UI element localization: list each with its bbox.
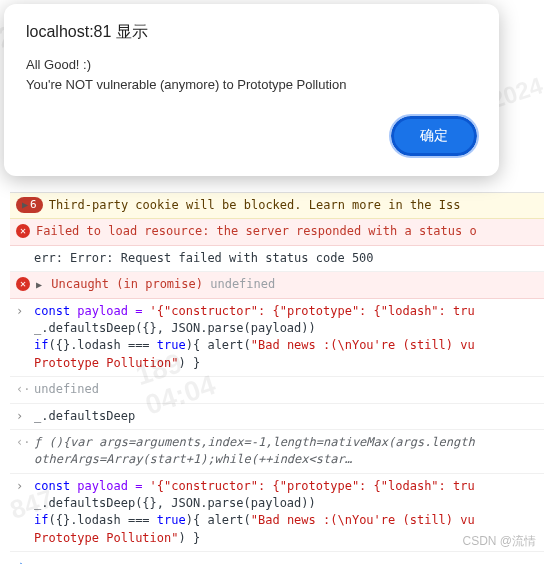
console-input-row[interactable]: › _.defaultsDeep <box>10 404 544 430</box>
csdn-watermark: CSDN @流情 <box>462 533 536 550</box>
console-error-row[interactable]: ✕ Failed to load resource: the server re… <box>10 219 544 245</box>
input-arrow-icon: › <box>16 303 28 320</box>
console-error-row[interactable]: ✕ ▶ Uncaught (in promise) undefined <box>10 272 544 298</box>
console-warning-row[interactable]: ▶6 Third-party cookie will be blocked. L… <box>10 193 544 219</box>
dialog-body: All Good! :) You're NOT vulnerable (anym… <box>26 55 477 94</box>
error-icon: ✕ <box>16 224 30 238</box>
input-code: const payload = '{"constructor": {"proto… <box>34 303 538 373</box>
warning-count-badge: ▶6 <box>16 197 43 213</box>
dialog-line: You're NOT vulnerable (anymore) to Proto… <box>26 75 477 95</box>
console-input-row[interactable]: › const payload = '{"constructor": {"pro… <box>10 299 544 378</box>
console-prompt[interactable]: › <box>10 552 544 564</box>
input-arrow-icon: › <box>16 408 28 425</box>
console-log-row[interactable]: err: Error: Request failed with status c… <box>10 246 544 272</box>
ok-button[interactable]: 确定 <box>391 116 477 156</box>
expand-triangle-icon[interactable]: ▶ <box>36 279 42 290</box>
warning-text: Third-party cookie will be blocked. Lear… <box>49 197 538 214</box>
alert-dialog: localhost:81 显示 All Good! :) You're NOT … <box>4 4 499 176</box>
error-icon: ✕ <box>16 277 30 291</box>
console-return-row: ‹· ƒ (){var args=arguments,index=-1,leng… <box>10 430 544 474</box>
return-value: undefined <box>34 381 538 398</box>
error-text: ▶ Uncaught (in promise) undefined <box>36 276 538 293</box>
input-code: _.defaultsDeep <box>34 408 538 425</box>
dialog-line: All Good! :) <box>26 55 477 75</box>
devtools-console: ▶6 Third-party cookie will be blocked. L… <box>10 192 544 564</box>
dialog-title: localhost:81 显示 <box>26 22 477 43</box>
return-value: ƒ (){var args=arguments,index=-1,length=… <box>34 434 538 469</box>
error-text: Failed to load resource: the server resp… <box>36 223 538 240</box>
return-arrow-icon: ‹· <box>16 381 28 398</box>
input-arrow-icon: › <box>16 478 28 495</box>
log-text: err: Error: Request failed with status c… <box>34 250 538 267</box>
console-return-row: ‹· undefined <box>10 377 544 403</box>
return-arrow-icon: ‹· <box>16 434 28 451</box>
